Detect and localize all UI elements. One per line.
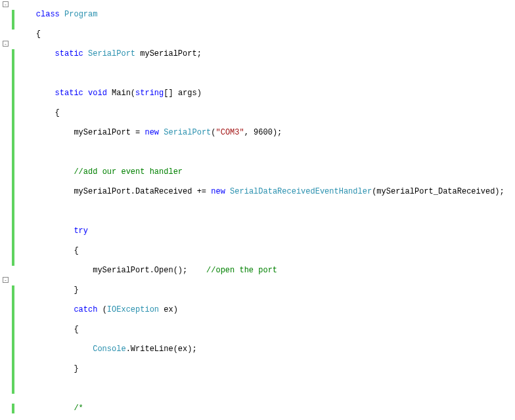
keyword: void <box>88 89 107 98</box>
type-name: SerialPort <box>88 49 135 58</box>
change-marker <box>12 404 14 413</box>
code-text: , 9600); <box>244 128 282 137</box>
fold-toggle-icon[interactable]: - <box>3 1 9 7</box>
type-name: SerialDataReceivedEventHandler <box>230 187 372 196</box>
keyword: try <box>74 226 88 236</box>
code-text: mySerialPort = <box>74 128 145 137</box>
type-name: SerialPort <box>164 128 211 137</box>
fold-toggle-icon[interactable]: - <box>3 277 9 283</box>
brace: { <box>36 30 41 39</box>
string-literal: "COM3" <box>215 128 244 137</box>
change-indicator-bar <box>12 0 14 420</box>
code-text: ex) <box>159 305 178 314</box>
keyword: static <box>55 49 83 58</box>
brace: } <box>74 364 78 373</box>
keyword: static <box>55 89 83 98</box>
code-text: Main( <box>107 89 135 98</box>
code-text: (mySerialPort_DataReceived); <box>372 187 504 196</box>
brace: { <box>74 325 78 334</box>
change-marker <box>12 10 14 30</box>
fold-toggle-icon[interactable]: - <box>3 41 9 47</box>
keyword: new <box>145 128 159 137</box>
code-text <box>225 187 230 196</box>
brace: } <box>74 285 78 295</box>
code-editor[interactable]: - - - class Program { static SerialPort … <box>0 0 515 420</box>
type-name: IOException <box>107 305 159 314</box>
code-text: ( <box>97 305 106 314</box>
change-marker <box>12 285 14 394</box>
keyword: new <box>211 187 225 196</box>
code-text: [] args) <box>164 89 202 98</box>
brace: { <box>74 246 78 255</box>
code-text: mySerialPort.DataReceived += <box>74 187 211 196</box>
brace: { <box>55 108 60 117</box>
type-name: Program <box>64 10 97 19</box>
fold-gutter: - - - <box>0 0 12 420</box>
comment: //open the port <box>206 266 277 275</box>
code-text: mySerialPort.Open(); <box>93 266 206 275</box>
keyword: class <box>36 10 60 19</box>
keyword: string <box>135 89 164 98</box>
code-area[interactable]: class Program { static SerialPort mySeri… <box>14 0 504 420</box>
change-marker <box>12 49 14 266</box>
comment: /* <box>74 404 83 413</box>
type-name: Console <box>93 345 125 354</box>
keyword: catch <box>74 305 97 314</box>
code-text: .WriteLine(ex); <box>126 345 197 354</box>
comment: //add our event handler <box>74 167 183 177</box>
code-text: mySerialPort; <box>135 49 202 58</box>
